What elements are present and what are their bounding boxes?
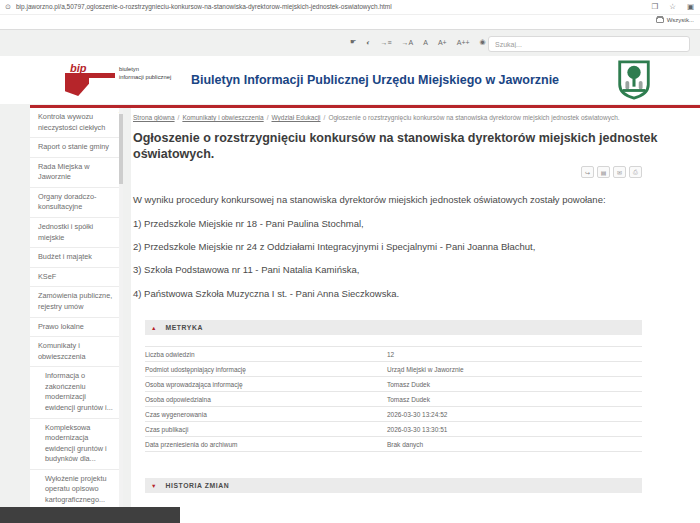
sidebar-item[interactable]: Raport o stanie gminy (30, 138, 123, 158)
row-value: 12 (387, 351, 394, 358)
copy-button[interactable]: ▤ (597, 166, 610, 178)
row-value: Urząd Miejski w Jaworznie (387, 366, 464, 373)
sidebar-item[interactable]: KSeF (30, 268, 123, 288)
site-title: Biuletyn Informacji Publicznej Urzędu Mi… (140, 56, 610, 104)
accessibility-toolbar: ☛◐→≡→AAA+A++◉ (348, 38, 488, 46)
breadcrumb: Strona główna/Komunikaty i obwieszczenia… (133, 113, 688, 122)
breadcrumb-item: / (267, 114, 269, 121)
folder-icon (656, 17, 664, 23)
sidebar-item[interactable]: Prawo lokalne (30, 318, 123, 338)
breadcrumb-item: / (178, 114, 180, 121)
row-value: Tomasz Dudek (387, 381, 430, 388)
breadcrumb-item[interactable]: Wydział Edukacji (271, 114, 320, 121)
sidebar-item[interactable]: Wyłożenie projektu operatu opisowo karto… (30, 470, 123, 511)
row-label: Czas wygenerowania (145, 411, 387, 418)
letter-spacing-icon[interactable]: →A (400, 39, 416, 46)
article-paragraph: 1) Przedszkole Miejskie nr 18 - Pani Pau… (133, 218, 678, 230)
sidebar-item[interactable]: Zamówienia publiczne, rejestry umów (30, 287, 123, 317)
sign-language-icon[interactable]: ☛ (348, 38, 358, 46)
profile-icon[interactable]: ▣ (687, 2, 694, 11)
mail-button[interactable]: ✉ (613, 166, 626, 178)
font-size-large-button[interactable]: A+ (436, 39, 449, 46)
breadcrumb-item[interactable]: Komunikaty i obwieszczenia (182, 114, 263, 121)
bookmarks-folder-label: Wszystk... (667, 17, 694, 23)
share-tab-icon[interactable]: ❐ (651, 2, 658, 11)
contrast-icon[interactable]: ◐ (364, 39, 372, 46)
article-paragraph: 4) Państwowa Szkoła Muzyczna I st. - Pan… (133, 288, 678, 300)
metryka-toggle[interactable]: ▲ METRYKA (145, 320, 642, 335)
bip-flag-icon (65, 77, 89, 96)
table-row: Podmiot udostępniający informację Urząd … (145, 362, 642, 377)
row-label: Osoba odpowiedzialna (145, 396, 387, 403)
sidebar-item[interactable]: Informacja o zakończeniu modernizacji ew… (30, 367, 123, 418)
status-bar (0, 507, 180, 523)
row-value: 2026-03-30 13:24:52 (387, 411, 447, 418)
table-row: Liczba odwiedzin 12 (145, 347, 642, 362)
share-button[interactable]: ↪ (581, 166, 594, 178)
row-label: Osoba wprowadzająca informację (145, 381, 387, 388)
browser-action-icons: ❐☆▣ (651, 2, 694, 11)
row-label: Czas publikacji (145, 426, 387, 433)
table-row: Data przeniesienia do archiwum Brak dany… (145, 437, 642, 452)
high-contrast-icon[interactable]: ◉ (478, 38, 488, 46)
page-title: Ogłoszenie o rozstrzygnięciu konkursów n… (133, 131, 663, 162)
chevron-down-icon: ▼ (151, 483, 156, 489)
sidebar-item[interactable]: Organy doradczo-konsultacyjne (30, 188, 123, 218)
search-input[interactable] (488, 36, 690, 52)
bookmarks-folder[interactable]: Wszystk... (656, 17, 694, 23)
address-bar[interactable]: ⊙ bip.jaworzno.pl/a,50797,ogloszenie-o-r… (0, 0, 700, 15)
metryka-panel: ▲ METRYKA Liczba odwiedzin 12 Podmiot ud… (145, 320, 642, 493)
row-label: Podmiot udostępniający informację (145, 366, 387, 373)
table-row: Czas publikacji 2026-03-30 13:30:51 (145, 422, 642, 437)
row-label: Data przeniesienia do archiwum (145, 441, 387, 448)
main-content: Strona główna/Komunikaty i obwieszczenia… (131, 108, 700, 523)
article-body: W wyniku procedury konkursowej na stanow… (133, 194, 678, 300)
sidebar-item[interactable]: Jednostki i spółki miejskie (30, 218, 123, 248)
jaworzno-crest (616, 60, 652, 104)
breadcrumb-item: / (324, 114, 326, 121)
browser-chrome: ⊙ bip.jaworzno.pl/a,50797,ogloszenie-o-r… (0, 0, 700, 30)
sidebar-item[interactable]: Komunikaty i obwieszczenia (30, 337, 123, 367)
history-toggle[interactable]: ▼ HISTORIA ZMIAN (145, 478, 642, 493)
article-actions: ↪▤✉⎙ (133, 166, 642, 178)
print-button[interactable]: ⎙ (629, 166, 642, 178)
sidebar-scrollbar[interactable] (119, 108, 123, 507)
article-paragraph: 3) Szkoła Podstawowa nr 11 - Pani Natali… (133, 264, 678, 276)
sidebar-menu: Kontrola wywozu nieczystości ciekłychRap… (30, 108, 123, 523)
site-info-icon[interactable]: ⊙ (5, 3, 11, 11)
sidebar-item[interactable]: Kontrola wywozu nieczystości ciekłych (30, 108, 123, 138)
row-value: Brak danych (387, 441, 423, 448)
font-size-normal-button[interactable]: A (421, 39, 430, 46)
site-header: bip biuletyn informacji publicznej Biule… (0, 56, 700, 104)
chevron-up-icon: ▲ (151, 325, 156, 331)
screen: ⊙ bip.jaworzno.pl/a,50797,ogloszenie-o-r… (0, 0, 700, 523)
sidebar-item[interactable]: Budżet i majątek (30, 248, 123, 268)
metryka-table: Liczba odwiedzin 12 Podmiot udostępniają… (145, 346, 642, 452)
history-title: HISTORIA ZMIAN (165, 482, 229, 489)
table-row: Osoba odpowiedzialna Tomasz Dudek (145, 392, 642, 407)
line-height-icon[interactable]: →≡ (379, 39, 394, 46)
row-label: Liczba odwiedzin (145, 351, 387, 358)
bookmark-star-icon[interactable]: ☆ (669, 2, 676, 11)
font-size-largest-button[interactable]: A++ (455, 39, 472, 46)
breadcrumb-item: Ogłoszenie o rozstrzygnięciu konkursów n… (328, 114, 619, 121)
bip-logo-text: bip (70, 62, 87, 74)
url-text[interactable]: bip.jaworzno.pl/a,50797,ogloszenie-o-roz… (16, 3, 392, 10)
row-value: 2026-03-30 13:30:51 (387, 426, 447, 433)
bookmarks-bar: Wszystk... (0, 15, 700, 29)
table-row: Osoba wprowadzająca informację Tomasz Du… (145, 377, 642, 392)
article-paragraph: W wyniku procedury konkursowej na stanow… (133, 194, 678, 206)
article-paragraph: 2) Przedszkole Miejskie nr 24 z Oddziała… (133, 241, 678, 253)
sidebar-item[interactable]: Rada Miejska w Jaworznie (30, 158, 123, 188)
row-value: Tomasz Dudek (387, 396, 430, 403)
table-row: Czas wygenerowania 2026-03-30 13:24:52 (145, 407, 642, 422)
metryka-title: METRYKA (165, 324, 203, 331)
sidebar-item[interactable]: Kompleksowa modernizacja ewidencji grunt… (30, 419, 123, 470)
breadcrumb-item[interactable]: Strona główna (133, 114, 175, 121)
scrollbar-thumb[interactable] (119, 114, 123, 184)
